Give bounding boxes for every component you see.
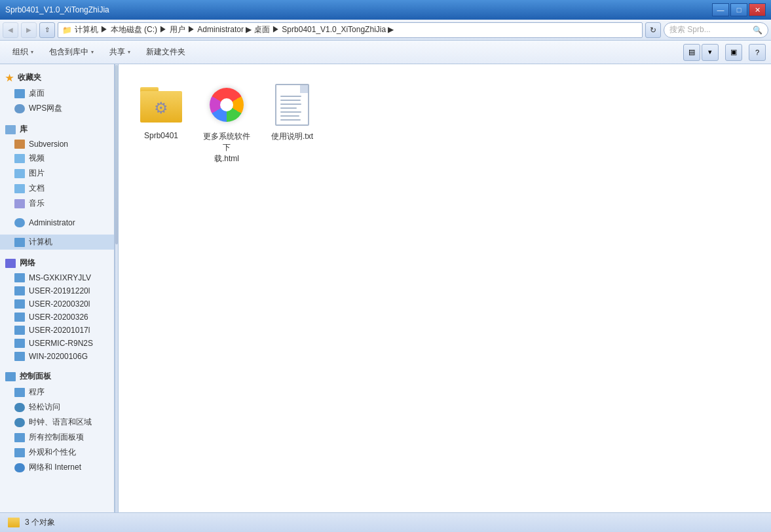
appearance-label: 外观和个性化	[29, 447, 76, 458]
network-pc-icon-7	[14, 352, 25, 361]
txt-line-5	[280, 111, 301, 113]
all-panel-icon	[14, 433, 25, 442]
txt-lines	[280, 96, 304, 123]
help-button[interactable]: ?	[749, 44, 766, 61]
user4-label: USER-20201017l	[29, 326, 90, 335]
all-panel-label: 所有控制面板项	[29, 432, 84, 443]
music-label: 音乐	[29, 198, 45, 209]
sidebar-item-video[interactable]: 视频	[0, 151, 114, 166]
sidebar-item-pictures[interactable]: 图片	[0, 166, 114, 181]
organize-label: 组织	[12, 47, 28, 58]
documents-label: 文档	[29, 183, 45, 194]
video-label: 视频	[29, 153, 45, 164]
status-bar: 3 个对象	[0, 512, 771, 532]
txt-line-4	[280, 107, 297, 109]
administrator-label: Administrator	[29, 218, 75, 227]
refresh-button[interactable]: ↻	[645, 22, 661, 38]
address-path[interactable]: 📁 计算机 ▶ 本地磁盘 (C:) ▶ 用户 ▶ Administrator ▶…	[58, 22, 643, 38]
new-folder-button[interactable]: 新建文件夹	[139, 43, 193, 62]
txt-line-6	[280, 115, 299, 117]
network-internet-icon	[14, 463, 25, 472]
view-dropdown-button[interactable]: ▾	[702, 44, 719, 61]
ms-gxk-label: MS-GXKIXRYJLV	[29, 273, 91, 282]
subversion-label: Subversion	[29, 140, 68, 149]
sidebar-item-appearance[interactable]: 外观和个性化	[0, 445, 114, 460]
txt-line-7	[280, 119, 301, 121]
file-item-txt[interactable]: 使用说明.txt	[263, 77, 322, 168]
sidebar-item-computer[interactable]: 计算机	[0, 235, 114, 250]
user2-label: USER-20200320l	[29, 299, 90, 309]
file-item-sprb0401[interactable]: ⚙ Sprb0401	[132, 77, 191, 168]
sidebar-item-accessibility[interactable]: 轻松访问	[0, 400, 114, 415]
accessibility-label: 轻松访问	[29, 402, 60, 413]
sidebar-item-network-internet[interactable]: 网络和 Internet	[0, 460, 114, 475]
wps-label: WPS网盘	[29, 103, 62, 114]
view-toggle-button[interactable]: ▤	[683, 44, 700, 61]
folder-icon: ⚙	[140, 87, 182, 123]
view-controls: ▤ ▾ ▣ ?	[683, 44, 766, 61]
search-icon: 🔍	[753, 26, 762, 35]
network-pc-icon-1	[14, 273, 25, 282]
path-folder-icon: 📁	[62, 26, 72, 35]
include-label: 包含到库中	[49, 47, 88, 58]
subversion-icon	[14, 140, 25, 149]
maximize-button[interactable]: □	[730, 3, 747, 16]
sidebar-item-win[interactable]: WIN-20200106G	[0, 350, 114, 363]
sidebar-item-user1[interactable]: USER-20191220l	[0, 284, 114, 297]
share-button[interactable]: 共享 ▾	[102, 43, 138, 62]
forward-button[interactable]: ▶	[21, 22, 37, 38]
control-panel-header[interactable]: 控制面板	[0, 368, 114, 385]
user1-label: USER-20191220l	[29, 286, 90, 295]
documents-icon	[14, 184, 25, 193]
sidebar-item-all-panel[interactable]: 所有控制面板项	[0, 430, 114, 445]
include-library-button[interactable]: 包含到库中 ▾	[42, 43, 101, 62]
file-label-sprb0401: Sprb0401	[144, 131, 178, 140]
back-button[interactable]: ◀	[3, 22, 18, 38]
organize-button[interactable]: 组织 ▾	[5, 43, 41, 62]
sidebar-item-desktop[interactable]: 桌面	[0, 86, 114, 101]
sidebar-item-clock[interactable]: 时钟、语言和区域	[0, 415, 114, 430]
sidebar-item-user3[interactable]: USER-20200326	[0, 311, 114, 324]
up-button[interactable]: ⇧	[39, 22, 55, 38]
library-header[interactable]: 库	[0, 121, 114, 138]
folder-icon-container: ⚙	[138, 81, 185, 128]
control-panel-section: 控制面板 程序 轻松访问 时钟、语言和区域 所有控制面板项 外观和个性化	[0, 366, 114, 478]
folder-back: ⚙	[140, 91, 182, 123]
usermic-label: USERMIC-R9N2S	[29, 339, 93, 348]
appearance-icon	[14, 448, 25, 457]
file-item-html[interactable]: 更多系统软件下 载.html	[197, 77, 256, 168]
preview-pane-button[interactable]: ▣	[725, 44, 742, 61]
close-button[interactable]: ✕	[749, 3, 766, 16]
network-icon	[5, 259, 16, 268]
favorites-star-icon: ★	[5, 73, 14, 83]
favorites-header[interactable]: ★ 收藏夹	[0, 69, 114, 86]
file-label-html: 更多系统软件下 载.html	[201, 131, 252, 164]
new-folder-label: 新建文件夹	[146, 47, 185, 58]
sidebar: ★ 收藏夹 桌面 WPS网盘 库 Subversion	[0, 64, 115, 512]
network-section: 网络 MS-GXKIXRYJLV USER-20191220l USER-202…	[0, 252, 114, 366]
sidebar-item-music[interactable]: 音乐	[0, 196, 114, 211]
minimize-button[interactable]: —	[712, 3, 729, 16]
organize-arrow: ▾	[31, 49, 33, 55]
sidebar-item-user2[interactable]: USER-20200320l	[0, 297, 114, 311]
wps-icon	[14, 104, 25, 113]
sidebar-item-documents[interactable]: 文档	[0, 181, 114, 196]
network-header[interactable]: 网络	[0, 255, 114, 271]
folder-gear-icon: ⚙	[154, 99, 168, 117]
txt-line-3	[280, 104, 301, 105]
network-pc-icon-5	[14, 326, 25, 335]
control-panel-label: 控制面板	[20, 371, 51, 382]
search-bar[interactable]: 搜索 Sprb... 🔍	[664, 22, 768, 38]
sidebar-item-subversion[interactable]: Subversion	[0, 138, 114, 151]
status-count: 3 个对象	[25, 517, 55, 528]
sidebar-item-programs[interactable]: 程序	[0, 385, 114, 400]
sidebar-item-wps[interactable]: WPS网盘	[0, 101, 114, 116]
sidebar-item-administrator[interactable]: Administrator	[0, 216, 114, 229]
sidebar-item-ms-gxk[interactable]: MS-GXKIXRYJLV	[0, 271, 114, 284]
sidebar-item-usermic[interactable]: USERMIC-R9N2S	[0, 337, 114, 350]
sidebar-item-user4[interactable]: USER-20201017l	[0, 324, 114, 337]
library-label: 库	[20, 124, 28, 135]
search-placeholder: 搜索 Sprb...	[669, 24, 711, 35]
main-area: ★ 收藏夹 桌面 WPS网盘 库 Subversion	[0, 64, 771, 512]
music-icon	[14, 199, 25, 208]
